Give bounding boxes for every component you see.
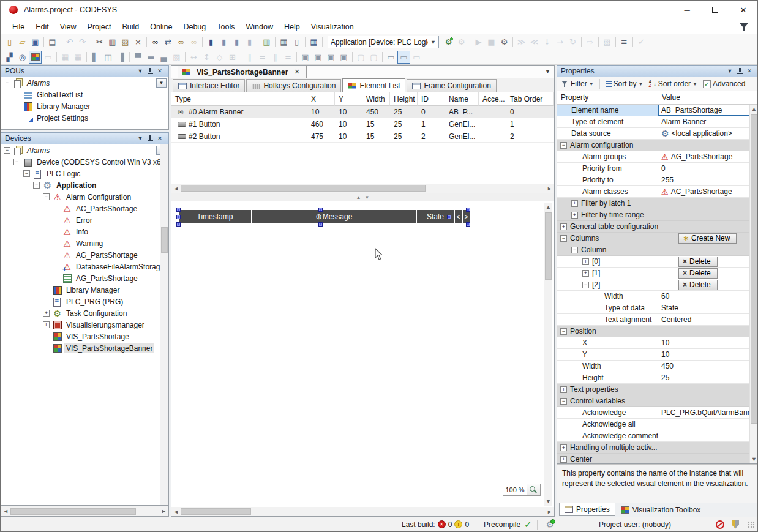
cut-icon[interactable]: ✂ bbox=[93, 36, 106, 48]
active-application-combobox[interactable]: Application [Device: PLC Logic]▼ bbox=[328, 36, 439, 48]
tree-expander[interactable]: − bbox=[43, 193, 50, 200]
create-new-button[interactable]: ∗Create New bbox=[678, 233, 737, 244]
align-right-icon[interactable]: ▐ bbox=[114, 51, 127, 64]
property-expander[interactable]: − bbox=[560, 328, 567, 335]
property-name-cell[interactable]: +Center bbox=[557, 454, 658, 463]
splitter-up-icon[interactable]: ▲ bbox=[356, 195, 361, 200]
column-header-tab-order[interactable]: Tab Order bbox=[506, 92, 554, 106]
scroll-right-icon[interactable]: ► bbox=[545, 507, 554, 516]
property-name-cell[interactable]: Width bbox=[557, 361, 658, 372]
property-value-cell[interactable]: ⚙<local application> bbox=[658, 128, 758, 139]
property-name-cell[interactable]: Data source bbox=[557, 128, 658, 139]
devices-dropdown-icon[interactable]: ▼ bbox=[135, 134, 145, 143]
property-value-cell[interactable]: 450 bbox=[658, 361, 758, 372]
scroll-up-icon[interactable]: ▲ bbox=[750, 105, 758, 113]
devices-item-task-configuration[interactable]: +⚙Task Configuration bbox=[1, 307, 168, 319]
devices-item-ag-partsshortage[interactable]: AG_PartsShortage bbox=[1, 272, 168, 284]
print-icon[interactable]: ▤ bbox=[46, 36, 59, 48]
sort-by-button[interactable]: Sort by ▼ bbox=[604, 79, 645, 89]
devices-item-alarms[interactable]: −Alarms▼ bbox=[1, 144, 168, 156]
property-value-cell[interactable]: 10 bbox=[658, 349, 758, 360]
replace-in-project-icon[interactable]: ∞ bbox=[187, 36, 200, 48]
column-header-height[interactable]: Height bbox=[390, 92, 418, 106]
property-name-cell[interactable]: Priority to bbox=[557, 174, 658, 185]
property-value-cell[interactable] bbox=[658, 221, 758, 232]
selection-handle[interactable] bbox=[318, 208, 323, 212]
make-same-size-icon[interactable]: ◇ bbox=[213, 51, 226, 64]
scroll-left-icon[interactable]: ◄ bbox=[171, 184, 181, 193]
step-out-icon[interactable]: ↓ bbox=[541, 36, 553, 48]
property-value-cell[interactable] bbox=[658, 384, 758, 395]
banner-column-message[interactable]: ⊕Message bbox=[252, 210, 416, 223]
tab-order-auto-icon[interactable]: ▭ bbox=[397, 51, 410, 64]
tree-root-dropdown[interactable]: ▼ bbox=[156, 78, 167, 88]
tab-order-remove-icon[interactable]: ▭ bbox=[410, 51, 423, 64]
property-value-cell[interactable] bbox=[658, 430, 758, 441]
column-header-acce[interactable]: Acce... bbox=[479, 92, 506, 106]
devices-item-ag-partsshortage[interactable]: ⚠AG_PartsShortage bbox=[1, 249, 168, 261]
selection-handle[interactable] bbox=[176, 215, 181, 219]
breakpoints-icon[interactable]: ⚙ bbox=[498, 36, 511, 48]
toggle-bookmark-icon[interactable]: ▮ bbox=[205, 36, 217, 48]
property-row-acknowledge[interactable]: AcknowledgePLC_PRG.bQuitAlarmBanner bbox=[557, 407, 758, 419]
property-name-cell[interactable]: −Column bbox=[557, 244, 658, 255]
pous-close-icon[interactable]: ✕ bbox=[155, 67, 165, 75]
pous-item-library-manager[interactable]: Library Manager bbox=[1, 100, 168, 112]
group-icon[interactable]: ▦ bbox=[59, 51, 72, 64]
devices-horizontal-scrollbar[interactable]: ◄ ► bbox=[1, 506, 169, 517]
visualization-wizard-icon[interactable]: ▞ bbox=[3, 51, 16, 64]
property-name-cell[interactable]: +Handling of multiple activ... bbox=[557, 442, 658, 453]
menu-tools[interactable]: Tools bbox=[211, 20, 240, 34]
devices-item-alarm-configuration[interactable]: −⚠Alarm Configuration bbox=[1, 191, 168, 203]
menu-view[interactable]: View bbox=[54, 20, 82, 34]
pous-item-project-settings[interactable]: Project Settings bbox=[1, 112, 168, 124]
zoom-value[interactable]: 100 % bbox=[503, 484, 527, 496]
property-value-cell[interactable]: 60 bbox=[658, 291, 758, 302]
banner-prev-button[interactable]: < bbox=[455, 210, 462, 223]
align-middle-icon[interactable]: ▬ bbox=[144, 51, 157, 64]
selection-handle[interactable] bbox=[176, 222, 181, 227]
table-horizontal-scrollbar[interactable]: ◄ ► bbox=[171, 184, 554, 193]
tree-expander[interactable]: − bbox=[13, 159, 20, 165]
minimize-button[interactable]: ─ bbox=[673, 1, 701, 19]
delete-button[interactable]: ×Delete bbox=[678, 257, 718, 267]
property-row-alarm-groups[interactable]: Alarm groups⚠AG_PartsShortage bbox=[557, 151, 758, 163]
property-value-cell[interactable]: ⚠AG_PartsShortage bbox=[658, 151, 758, 162]
property-value-cell[interactable]: ×Delete bbox=[658, 268, 758, 279]
property-row-text-alignment[interactable]: Text alignmentCentered bbox=[557, 314, 758, 326]
align-center-icon[interactable]: ◫ bbox=[102, 51, 114, 64]
tree-expander[interactable]: − bbox=[33, 182, 40, 189]
property-name-cell[interactable]: +[1] bbox=[557, 268, 658, 279]
logout-icon[interactable]: ⚙ bbox=[455, 36, 468, 48]
devices-item-vis-partsshortagebanner[interactable]: VIS_PartsShortageBanner bbox=[1, 342, 168, 354]
property-row-width[interactable]: Width60 bbox=[557, 291, 758, 302]
devices-item-device-codesys-control-win-v3-x64[interactable]: −Device (CODESYS Control Win V3 x64) bbox=[1, 156, 168, 168]
property-row-y[interactable]: Y10 bbox=[557, 349, 758, 361]
filter-funnel-icon[interactable] bbox=[739, 23, 749, 31]
visualization-canvas[interactable]: Timestamp⊕MessageState<> ▲ ▼ 100 % bbox=[171, 201, 554, 507]
property-name-cell[interactable]: −Position bbox=[557, 326, 658, 337]
deselect-icon[interactable]: ▢ bbox=[367, 51, 380, 64]
hotkeys-view-icon[interactable]: ▭ bbox=[42, 51, 54, 64]
scrollbar-thumb[interactable] bbox=[161, 227, 168, 253]
property-row-1[interactable]: +[1]×Delete bbox=[557, 268, 758, 279]
tab-visualization-toolbox[interactable]: Visualization Toolbox bbox=[615, 503, 707, 516]
property-name-cell[interactable]: Acknowledge all bbox=[557, 419, 658, 430]
element-row-0-alarm-banner[interactable]: ((●))#0 Alarm Banner1010450250AB_P...0 bbox=[171, 106, 554, 118]
menu-debug[interactable]: Debug bbox=[178, 20, 211, 34]
pous-item-alarms[interactable]: −Alarms▼ bbox=[1, 77, 168, 89]
element-list-view-icon[interactable] bbox=[29, 51, 42, 64]
delete-button[interactable]: ×Delete bbox=[678, 268, 718, 279]
selection-handle[interactable] bbox=[176, 208, 181, 212]
devices-item-warning[interactable]: ⚠Warning bbox=[1, 238, 168, 249]
devices-item-visualisierungsmanager[interactable]: +Visualisierungsmanager bbox=[1, 319, 168, 331]
property-row-general-table-configuration[interactable]: +General table configuration bbox=[557, 221, 758, 233]
property-name-cell[interactable]: Text alignment bbox=[557, 314, 658, 325]
distribute-vertically-icon[interactable]: = bbox=[256, 51, 269, 64]
property-value-cell[interactable] bbox=[658, 198, 758, 209]
tab-order-list-icon[interactable]: ▭ bbox=[385, 51, 397, 64]
menu-build[interactable]: Build bbox=[116, 20, 144, 34]
property-value-cell[interactable]: PLC_PRG.bQuitAlarmBanner bbox=[658, 407, 758, 418]
scrollbar-thumb[interactable] bbox=[181, 185, 426, 192]
login-icon[interactable]: ⚙ bbox=[442, 36, 455, 48]
